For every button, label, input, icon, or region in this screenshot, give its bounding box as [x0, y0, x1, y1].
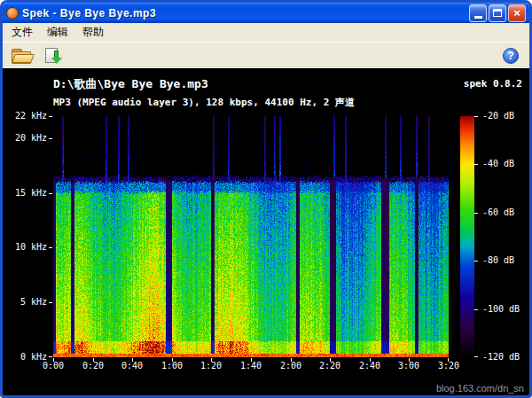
- x-tick: [53, 358, 54, 362]
- x-tick-label: 1:00: [161, 362, 183, 371]
- menu-help[interactable]: 帮助: [75, 23, 111, 42]
- minimize-button[interactable]: [469, 4, 487, 22]
- menu-edit[interactable]: 编辑: [40, 23, 75, 42]
- watermark: blog.163.com/dn_sn: [436, 383, 524, 394]
- menu-bar: 文件 编辑 帮助: [3, 23, 529, 42]
- window-controls: ×: [467, 4, 526, 22]
- y-tick: [49, 116, 52, 117]
- open-button[interactable]: [8, 43, 35, 68]
- x-tick-label: 1:20: [200, 362, 222, 371]
- maximize-button[interactable]: [489, 4, 506, 22]
- legend-tick: [474, 356, 478, 357]
- stream-info: MP3 (MPEG audio layer 3), 128 kbps, 4410…: [53, 96, 355, 109]
- x-tick: [370, 358, 371, 362]
- spek-app-icon: [6, 7, 19, 20]
- spectrogram-canvas: [53, 116, 449, 357]
- x-tick: [291, 358, 292, 362]
- x-tick: [409, 358, 410, 362]
- x-tick: [251, 358, 252, 362]
- y-tick-label: 15 kHz: [4, 189, 47, 198]
- help-icon: ?: [503, 48, 519, 64]
- close-button[interactable]: ×: [508, 4, 526, 22]
- title-bar[interactable]: Spek - Bye Bye Bye.mp3 ×: [3, 3, 529, 23]
- x-tick-label: 2:00: [280, 362, 301, 371]
- x-tick-label: 0:00: [43, 362, 64, 371]
- legend-bar: [460, 116, 474, 357]
- window-title: Spek - Bye Bye Bye.mp3: [22, 7, 464, 20]
- spek-window: Spek - Bye Bye Bye.mp3 × 文件 编辑 帮助 ? D:\歌…: [0, 0, 532, 398]
- legend-label: -20 dB: [482, 112, 514, 121]
- x-tick: [330, 358, 331, 362]
- legend-label: -60 dB: [482, 208, 514, 217]
- help-button[interactable]: ?: [497, 43, 524, 68]
- legend-tick: [474, 309, 478, 310]
- minimize-icon: [474, 16, 482, 19]
- legend-label: -120 dB: [482, 353, 520, 362]
- y-tick: [49, 247, 52, 248]
- x-tick: [93, 358, 94, 362]
- y-tick-label: 0 kHz: [4, 353, 47, 362]
- save-button[interactable]: [40, 43, 66, 68]
- save-icon: [44, 48, 62, 64]
- x-tick-label: 3:20: [438, 362, 459, 371]
- x-tick-label: 0:20: [82, 362, 104, 371]
- y-tick: [49, 302, 52, 303]
- legend-tick: [474, 164, 478, 165]
- y-tick: [49, 138, 52, 139]
- maximize-icon: [493, 9, 502, 17]
- x-tick: [172, 358, 173, 362]
- file-path: D:\歌曲\Bye Bye Bye.mp3: [53, 76, 208, 92]
- legend-tick: [474, 213, 478, 214]
- app-version: spek 0.8.2: [464, 78, 522, 90]
- toolbar: ?: [3, 42, 529, 68]
- legend-label: -40 dB: [482, 160, 514, 168]
- y-tick: [49, 193, 52, 194]
- x-tick-label: 2:20: [319, 362, 340, 371]
- legend-tick: [474, 116, 478, 117]
- open-folder-icon: [12, 49, 32, 63]
- x-tick: [132, 358, 133, 362]
- x-tick-label: 1:40: [240, 362, 262, 371]
- y-tick-label: 10 kHz: [4, 243, 47, 252]
- legend-label: -100 dB: [482, 305, 520, 314]
- y-tick-label: 20 kHz: [4, 134, 47, 143]
- y-tick: [49, 356, 52, 357]
- x-tick: [448, 358, 449, 362]
- y-tick-label: 22 kHz: [4, 112, 47, 121]
- spectrogram-view: D:\歌曲\Bye Bye Bye.mp3 spek 0.8.2 MP3 (MP…: [3, 68, 529, 395]
- close-icon: ×: [513, 7, 520, 19]
- legend-label: -80 dB: [482, 256, 514, 265]
- menu-file[interactable]: 文件: [4, 23, 40, 42]
- y-tick-label: 5 kHz: [4, 298, 47, 307]
- x-tick: [211, 358, 212, 362]
- x-tick-label: 0:40: [121, 362, 143, 371]
- x-tick-label: 2:40: [359, 362, 380, 371]
- x-tick-label: 3:00: [398, 362, 419, 371]
- legend-tick: [474, 261, 478, 261]
